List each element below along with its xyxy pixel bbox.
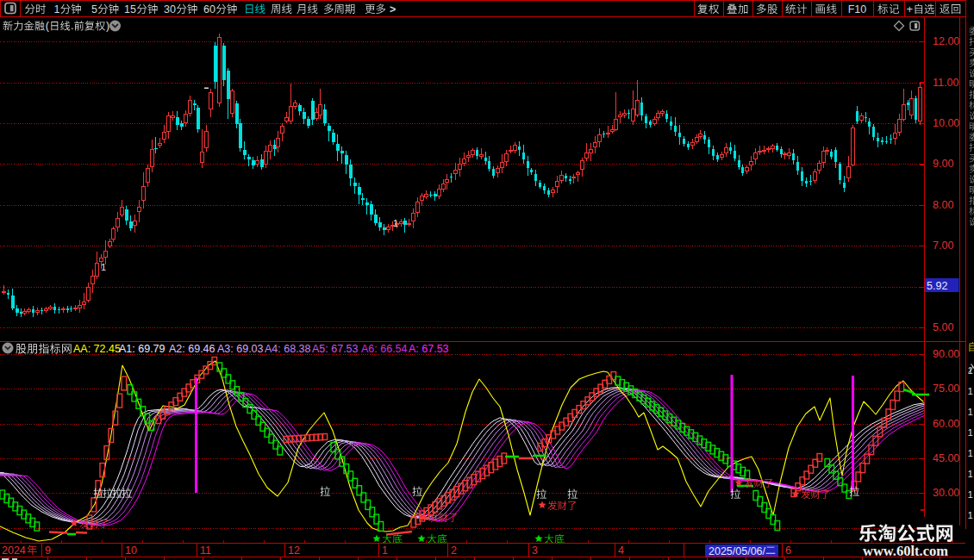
- svg-text:10.00: 10.00: [933, 117, 959, 129]
- svg-text:11: 11: [200, 544, 211, 557]
- svg-text:.: .: [71, 20, 73, 32]
- svg-text:1: 1: [968, 386, 973, 396]
- svg-text:www.60lt.com: www.60lt.com: [863, 543, 948, 559]
- svg-text:9.00: 9.00: [933, 158, 953, 170]
- svg-text:10: 10: [125, 544, 137, 557]
- svg-text:1: 1: [101, 262, 106, 272]
- svg-text:6: 6: [785, 544, 791, 557]
- svg-text:A5: 67.53: A5: 67.53: [312, 343, 359, 355]
- svg-text:1: 1: [968, 427, 973, 438]
- svg-text:11.00: 11.00: [933, 77, 958, 89]
- svg-text:1: 1: [54, 3, 60, 16]
- svg-text:1: 1: [382, 544, 388, 557]
- svg-text:75.00: 75.00: [933, 383, 959, 395]
- svg-text:2: 2: [451, 544, 457, 557]
- svg-text:60.00: 60.00: [933, 418, 959, 430]
- svg-text:A2: 69.46: A2: 69.46: [169, 343, 215, 355]
- svg-text:F10: F10: [848, 3, 867, 16]
- svg-text:): ): [106, 20, 109, 32]
- svg-text:2024: 2024: [2, 544, 26, 557]
- svg-text:2025/05/06/: 2025/05/06/: [709, 545, 766, 557]
- svg-text:A6: 66.54: A6: 66.54: [361, 343, 408, 355]
- svg-text:30: 30: [164, 3, 176, 16]
- svg-text:60: 60: [203, 3, 215, 16]
- svg-text:90.00: 90.00: [933, 348, 959, 360]
- svg-text:A3: 69.03: A3: 69.03: [217, 343, 264, 355]
- svg-text:1: 1: [968, 448, 973, 458]
- svg-text:8.00: 8.00: [933, 199, 953, 211]
- svg-text:15: 15: [124, 3, 136, 16]
- svg-text:A1: 69.79: A1: 69.79: [119, 343, 165, 355]
- svg-text:4: 4: [618, 544, 624, 557]
- svg-text:7.00: 7.00: [933, 240, 953, 252]
- svg-text:A4: 68.38: A4: 68.38: [265, 343, 311, 355]
- svg-text:1: 1: [393, 218, 398, 228]
- svg-text:AA: 72.45: AA: 72.45: [73, 343, 121, 355]
- svg-text:5: 5: [91, 3, 97, 16]
- svg-text:9: 9: [45, 544, 51, 557]
- svg-text:+: +: [907, 3, 914, 16]
- svg-text:1: 1: [968, 365, 973, 376]
- svg-text:>: >: [390, 3, 396, 16]
- svg-text:1: 1: [968, 469, 973, 479]
- svg-text:30.00: 30.00: [933, 487, 959, 499]
- svg-text:1: 1: [968, 407, 973, 417]
- svg-text:12: 12: [288, 544, 300, 557]
- svg-text:3: 3: [532, 544, 538, 557]
- svg-text:5.92: 5.92: [927, 280, 947, 292]
- svg-text:A: 67.53: A: 67.53: [409, 343, 449, 355]
- svg-text:12.00: 12.00: [933, 35, 959, 47]
- svg-text:5.00: 5.00: [933, 321, 953, 333]
- svg-text:1: 1: [968, 510, 973, 520]
- svg-text:1: 1: [968, 489, 973, 500]
- svg-text:45.00: 45.00: [933, 452, 959, 464]
